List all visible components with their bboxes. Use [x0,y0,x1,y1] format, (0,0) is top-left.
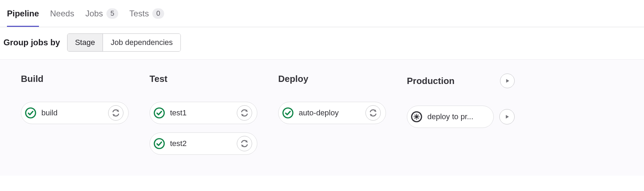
job-row: deploy to pr... [407,106,515,128]
job-row: test1 [150,102,257,124]
stage-column: Deploy auto-deploy [278,74,386,155]
gear-icon [411,111,422,123]
stage-column: Test test1 test2 [150,74,257,155]
stage-column: Production deploy to pr... [407,74,515,155]
job-name: build [41,108,103,117]
check-icon [153,107,165,119]
group-by-stage-button[interactable]: Stage [67,34,103,51]
stage-header: Build [21,74,129,84]
check-icon [153,138,165,150]
job-list: deploy to pr... [407,106,515,128]
job-list: test1 test2 [150,102,257,155]
stage-title: Build [21,74,43,84]
tab-label: Jobs [85,9,103,18]
job-pill[interactable]: build [21,102,129,124]
job-pill[interactable]: auto-deploy [278,102,386,124]
stage-title: Test [150,74,168,84]
job-row: auto-deploy [278,102,386,124]
check-icon [25,107,37,119]
job-row: test2 [150,132,257,155]
job-list: build [21,102,129,124]
pipeline-tabs: Pipeline Needs Jobs 5 Tests 0 [0,0,644,27]
retry-button[interactable] [237,136,252,151]
retry-button[interactable] [108,105,123,121]
job-name: test2 [170,139,232,148]
job-name: deploy to pr... [427,112,489,121]
tab-count-badge: 0 [152,8,164,19]
stage-header: Deploy [278,74,386,84]
pipeline-graph: Build build Test test1 test2 [0,59,644,176]
stage-title: Production [407,76,454,86]
job-name: auto-deploy [299,108,361,117]
check-icon [282,107,294,119]
job-pill[interactable]: test2 [150,132,257,155]
tab-label: Needs [50,9,74,18]
retry-button[interactable] [365,105,381,121]
group-by-label: Group jobs by [3,38,60,47]
stage-column: Build build [21,74,129,155]
tab-label: Tests [129,9,149,18]
retry-button[interactable] [237,105,252,121]
job-name: test1 [170,108,232,117]
job-pill[interactable]: deploy to pr... [407,106,494,128]
group-by-controls: Group jobs by Stage Job dependencies [0,27,644,59]
group-by-dependencies-button[interactable]: Job dependencies [103,34,180,51]
job-list: auto-deploy [278,102,386,124]
tab-pipeline[interactable]: Pipeline [7,0,39,27]
play-all-button[interactable] [500,74,515,88]
tab-tests[interactable]: Tests 0 [129,0,164,27]
tab-jobs[interactable]: Jobs 5 [85,0,118,27]
tab-count-badge: 5 [106,8,118,19]
tab-needs[interactable]: Needs [50,0,74,27]
job-pill[interactable]: test1 [150,102,257,124]
group-by-segmented: Stage Job dependencies [67,33,181,52]
stage-header: Test [150,74,257,84]
tab-label: Pipeline [7,9,39,18]
play-button[interactable] [499,109,515,124]
stage-title: Deploy [278,74,308,84]
job-row: build [21,102,129,124]
stage-header: Production [407,74,515,88]
